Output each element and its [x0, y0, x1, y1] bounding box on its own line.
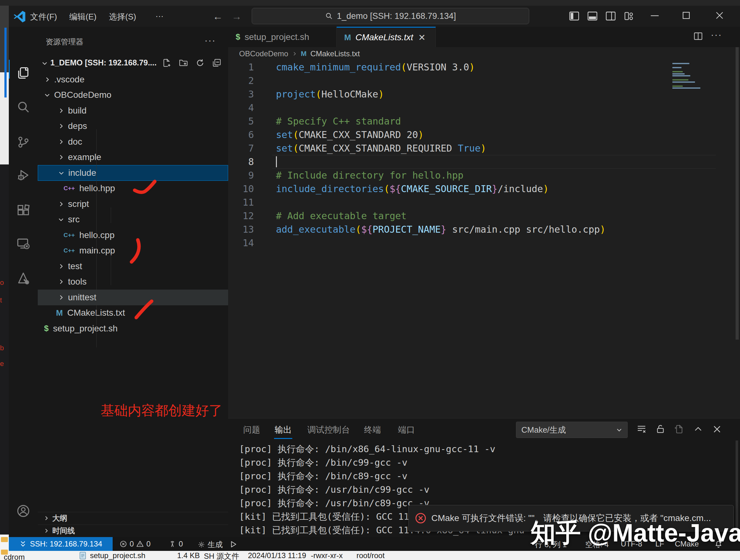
panel-tab-debug-console[interactable]: 调试控制台 — [307, 424, 350, 436]
panel-tab-output[interactable]: 输出 — [275, 424, 292, 436]
code-line-9[interactable]: 9# Include directory for hello.hpp — [228, 169, 740, 182]
close-tab-icon[interactable]: ✕ — [418, 32, 426, 43]
tree-item-label: tools — [68, 277, 87, 287]
code-line-6[interactable]: 6set(CMAKE_CXX_STANDARD 20) — [228, 128, 740, 141]
minimap[interactable] — [672, 63, 704, 126]
tab-setup-project-sh[interactable]: $ setup_project.sh — [228, 27, 337, 47]
tree-item-hello-hpp[interactable]: C++hello.hpp — [38, 181, 228, 197]
tree-item-script[interactable]: script — [38, 196, 228, 212]
tree-item-cmakelists-txt[interactable]: MCMakeLists.txt — [38, 305, 228, 321]
tree-item-src[interactable]: src — [38, 212, 228, 228]
minimize-icon[interactable] — [650, 13, 659, 19]
tree-item-label: src — [68, 214, 80, 225]
maximize-icon[interactable] — [681, 11, 691, 20]
panel-tab-terminal[interactable]: 终端 — [364, 424, 381, 436]
line-number: 5 — [228, 114, 254, 128]
breadcrumb-folder[interactable]: OBCodeDemo — [239, 49, 288, 58]
background-top-strip — [0, 0, 740, 6]
error-count: 0 — [129, 540, 134, 548]
menu-selection[interactable]: 选择(S) — [109, 11, 136, 22]
command-center[interactable]: 1_demo [SSH: 192.168.79.134] — [252, 8, 529, 24]
new-file-icon[interactable] — [162, 58, 172, 68]
minimap-line — [672, 67, 681, 68]
tree-item-unittest[interactable]: unittest — [38, 290, 228, 305]
tree-item-include[interactable]: include — [38, 165, 228, 181]
toggle-secondary-sidebar-icon[interactable] — [605, 11, 616, 21]
run-debug-icon[interactable] — [16, 168, 30, 182]
split-editor-icon[interactable] — [693, 31, 703, 41]
outline-section[interactable]: 大纲 — [38, 512, 228, 524]
toggle-panel-icon[interactable] — [587, 11, 598, 21]
close-panel-icon[interactable] — [712, 424, 722, 434]
build-label: 生成 — [208, 540, 223, 550]
breadcrumb[interactable]: OBCodeDemo M CMakeLists.txt — [239, 47, 360, 61]
output-channel-select[interactable]: CMake/生成 — [516, 422, 628, 438]
tree-item-obcodedemo[interactable]: OBCodeDemo — [38, 87, 228, 103]
menu-file[interactable]: 文件(F) — [30, 11, 57, 22]
editor-more-actions-icon[interactable]: ··· — [711, 29, 722, 40]
tree-item-deps[interactable]: deps — [38, 119, 228, 134]
code-line-3[interactable]: 3project(HelloCMake) — [228, 87, 740, 101]
tree-item-setup-project-sh[interactable]: $setup_project.sh — [38, 321, 228, 336]
code-line-7[interactable]: 7set(CMAKE_CXX_STANDARD_REQUIRED True) — [228, 141, 740, 155]
tree-item-tools[interactable]: tools — [38, 274, 228, 290]
remote-indicator[interactable]: SSH: 192.168.79.134 — [9, 537, 113, 551]
code-line-2[interactable]: 2 — [228, 74, 740, 87]
line-number: 9 — [228, 169, 254, 182]
collapse-all-icon[interactable] — [212, 58, 221, 68]
code-line-11[interactable]: 11 — [228, 196, 740, 209]
tree-item-main-cpp[interactable]: C++main.cpp — [38, 243, 228, 259]
toggle-sidebar-icon[interactable] — [569, 11, 579, 21]
timeline-section-label: 时间线 — [52, 526, 75, 536]
editor-scrollbar[interactable] — [736, 47, 739, 340]
problems-status[interactable]: 0 0 — [119, 540, 151, 548]
account-icon[interactable] — [16, 504, 30, 518]
new-folder-icon[interactable] — [179, 58, 188, 68]
code-line-4[interactable]: 4 — [228, 101, 740, 114]
file-tree: .vscodeOBCodeDemobuilddepsdocexampleincl… — [38, 72, 228, 336]
open-in-editor-icon[interactable] — [674, 424, 684, 434]
ports-status[interactable]: 0 — [169, 540, 183, 548]
source-control-icon[interactable] — [16, 135, 30, 149]
collapse-panel-icon[interactable] — [693, 424, 703, 434]
panel-tab-problems[interactable]: 问题 — [243, 424, 260, 436]
tree-item-hello-cpp[interactable]: C++hello.cpp — [38, 227, 228, 243]
cmake-icon[interactable] — [16, 271, 30, 285]
clear-output-icon[interactable] — [637, 424, 647, 434]
tree-item-example[interactable]: example — [38, 150, 228, 165]
code-line-1[interactable]: 1cmake_minimum_required(VERSION 3.0) — [228, 61, 740, 74]
tree-item--vscode[interactable]: .vscode — [38, 72, 228, 87]
code-line-14[interactable]: 14 — [228, 236, 740, 250]
tree-item-doc[interactable]: doc — [38, 134, 228, 150]
menu-edit[interactable]: 编辑(E) — [69, 11, 97, 22]
customize-layout-icon[interactable] — [624, 11, 634, 21]
files-icon[interactable] — [16, 66, 30, 80]
timeline-section[interactable]: 时间线 — [38, 525, 228, 536]
close-window-icon[interactable] — [715, 11, 724, 20]
cmake-build-button[interactable]: 生成 — [198, 540, 223, 550]
nav-back-icon[interactable]: ← — [213, 11, 223, 22]
project-root-row[interactable]: 1_DEMO [SSH: 192.168.79.... — [38, 55, 228, 70]
code-line-12[interactable]: 12# Add executable target — [228, 209, 740, 223]
panel-tab-ports[interactable]: 端口 — [398, 424, 415, 436]
refresh-icon[interactable] — [195, 58, 205, 68]
code-line-8[interactable]: 8 — [228, 155, 740, 169]
explorer-more-actions-icon[interactable]: ··· — [204, 35, 216, 45]
code-line-5[interactable]: 5# Specify C++ standard — [228, 114, 740, 128]
nav-forward-icon[interactable]: → — [232, 11, 242, 22]
tree-item-test[interactable]: test — [38, 258, 228, 274]
search-icon[interactable] — [16, 100, 30, 114]
cmake-file-icon: M — [56, 308, 63, 318]
code-line-10[interactable]: 10include_directories(${CMAKE_SOURCE_DIR… — [228, 182, 740, 196]
background-blue-bar — [4, 28, 7, 98]
unlock-icon[interactable] — [655, 424, 665, 434]
remote-explorer-icon[interactable] — [16, 237, 30, 251]
breadcrumb-file[interactable]: CMakeLists.txt — [310, 49, 360, 58]
tree-item-build[interactable]: build — [38, 103, 228, 119]
tab-cmakelists-txt[interactable]: M CMakeLists.txt ✕ — [337, 27, 436, 47]
menu-more[interactable]: ··· — [156, 11, 164, 21]
extensions-icon[interactable] — [16, 204, 30, 218]
code-line-13[interactable]: 13add_executable(${PROJECT_NAME} src/mai… — [228, 223, 740, 236]
code-editor[interactable]: 1cmake_minimum_required(VERSION 3.0)2 3p… — [228, 61, 740, 250]
debug-run-icon[interactable] — [229, 540, 237, 548]
